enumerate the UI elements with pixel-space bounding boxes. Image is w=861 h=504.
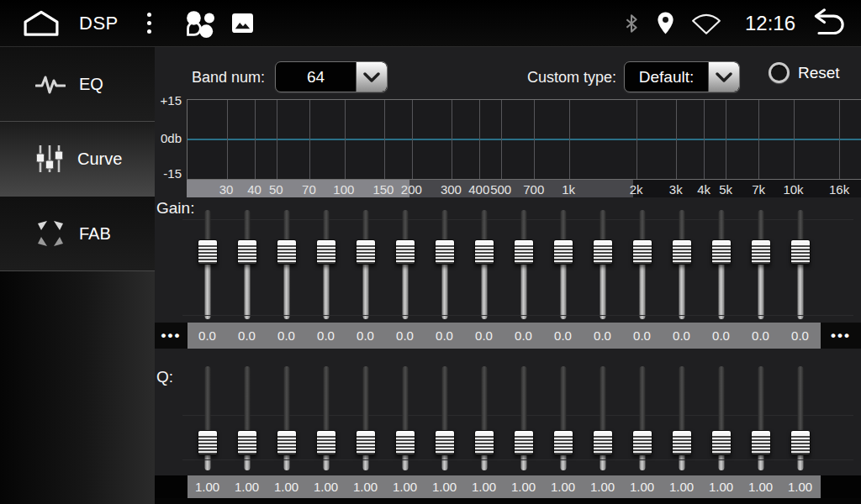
sidebar-item-fab[interactable]: FAB (0, 197, 155, 271)
gain-slider-2[interactable] (227, 210, 267, 319)
gain-slider-7[interactable] (425, 210, 464, 319)
slider-track-upper (204, 366, 210, 432)
q-value-strip: 1.001.001.001.001.001.001.001.001.001.00… (188, 475, 821, 498)
chevron-down-icon[interactable] (356, 62, 387, 92)
gridline (479, 100, 480, 179)
q-slider-8[interactable] (464, 366, 504, 470)
slider-thumb[interactable] (474, 430, 494, 455)
slider-track-upper (402, 210, 408, 241)
fab-arrows-icon (35, 218, 66, 249)
home-icon[interactable] (22, 9, 61, 38)
sidebar-item-eq[interactable]: EQ (0, 47, 155, 122)
slider-thumb[interactable] (277, 239, 297, 265)
slider-thumb[interactable] (395, 430, 415, 455)
slider-thumb[interactable] (237, 239, 257, 265)
slider-thumb[interactable] (514, 239, 534, 265)
q-slider-14[interactable] (701, 366, 741, 470)
back-icon[interactable] (809, 8, 849, 39)
slider-thumb[interactable] (277, 430, 297, 455)
slider-thumb[interactable] (356, 430, 376, 455)
slider-thumb[interactable] (632, 430, 652, 455)
q-slider-7[interactable] (425, 366, 464, 470)
custom-type-dropdown[interactable]: Default: (624, 61, 740, 92)
slider-thumb[interactable] (790, 239, 811, 265)
gallery-icon[interactable] (231, 13, 254, 34)
overflow-menu-icon[interactable] (140, 9, 158, 37)
gain-slider-12[interactable] (622, 210, 662, 319)
slider-thumb[interactable] (198, 239, 218, 265)
slider-thumb[interactable] (711, 430, 732, 455)
gain-slider-5[interactable] (346, 210, 385, 319)
gain-slider-16[interactable] (780, 210, 820, 319)
slider-track-upper (283, 366, 289, 432)
q-slider-12[interactable] (622, 366, 662, 470)
gain-slider-10[interactable] (543, 210, 583, 319)
gain-slider-9[interactable] (504, 210, 543, 319)
q-slider-3[interactable] (267, 366, 306, 470)
gain-value: 0.0 (780, 328, 820, 343)
slider-thumb[interactable] (237, 430, 257, 455)
q-slider-9[interactable] (504, 366, 543, 470)
q-slider-13[interactable] (662, 366, 701, 470)
slider-thumb[interactable] (593, 430, 613, 455)
q-slider-11[interactable] (583, 366, 622, 470)
slider-thumb[interactable] (751, 430, 771, 455)
q-slider-5[interactable] (346, 366, 385, 470)
q-slider-4[interactable] (306, 366, 346, 470)
sidebar-item-curve[interactable]: Curve (0, 122, 155, 197)
slider-thumb[interactable] (672, 239, 692, 265)
slider-thumb[interactable] (711, 239, 732, 265)
q-slider-1[interactable] (188, 366, 227, 470)
band-num-dropdown[interactable]: 64 (275, 61, 388, 92)
gain-slider-3[interactable] (267, 210, 306, 319)
slider-thumb[interactable] (435, 239, 455, 265)
slider-thumb[interactable] (672, 430, 692, 455)
slider-thumb[interactable] (356, 239, 376, 265)
slider-thumb[interactable] (435, 430, 455, 455)
slider-track-lower (679, 455, 684, 470)
q-value: 1.00 (227, 480, 267, 494)
slider-thumb[interactable] (751, 239, 771, 265)
q-slider-15[interactable] (741, 366, 780, 470)
slider-thumb[interactable] (632, 239, 652, 265)
sidebar: EQ Curve (0, 47, 155, 504)
reset-radio-icon[interactable] (769, 62, 790, 83)
gain-slider-13[interactable] (662, 210, 701, 319)
slider-thumb[interactable] (316, 430, 336, 455)
slider-thumb[interactable] (316, 239, 336, 265)
gain-slider-8[interactable] (464, 210, 504, 319)
gain-slider-6[interactable] (385, 210, 425, 319)
q-slider-10[interactable] (543, 366, 583, 470)
custom-type-value: Default: (625, 62, 708, 92)
gain-slider-14[interactable] (701, 210, 741, 319)
reset-button[interactable]: Reset (769, 62, 840, 83)
slider-thumb[interactable] (474, 239, 494, 265)
slider-thumb[interactable] (198, 430, 218, 455)
slider-thumb[interactable] (553, 239, 573, 265)
slider-track-lower (560, 455, 566, 470)
gain-value: 0.0 (543, 328, 583, 343)
gain-slider-11[interactable] (583, 210, 622, 319)
slider-track-lower (520, 455, 526, 470)
gain-more-right-button[interactable]: ••• (821, 323, 861, 349)
gain-more-left-button[interactable]: ••• (155, 323, 188, 349)
gain-value: 0.0 (622, 328, 662, 343)
slider-track-lower (639, 455, 645, 470)
slider-thumb[interactable] (593, 239, 613, 265)
q-slider-16[interactable] (780, 366, 820, 470)
freq-tick-label: 2k (630, 181, 643, 196)
gain-slider-4[interactable] (306, 210, 346, 319)
slider-thumb[interactable] (553, 430, 573, 455)
q-value: 1.00 (662, 480, 701, 494)
chevron-down-icon[interactable] (708, 62, 739, 92)
slider-thumb[interactable] (514, 430, 534, 455)
slider-track-upper (639, 210, 645, 241)
q-slider-6[interactable] (385, 366, 425, 470)
q-slider-2[interactable] (227, 366, 267, 470)
gain-slider-15[interactable] (741, 210, 780, 319)
gain-slider-1[interactable] (188, 210, 227, 319)
slider-thumb[interactable] (395, 239, 415, 265)
apps-clover-icon[interactable] (183, 8, 214, 39)
gridline (255, 100, 256, 179)
slider-thumb[interactable] (790, 430, 811, 455)
